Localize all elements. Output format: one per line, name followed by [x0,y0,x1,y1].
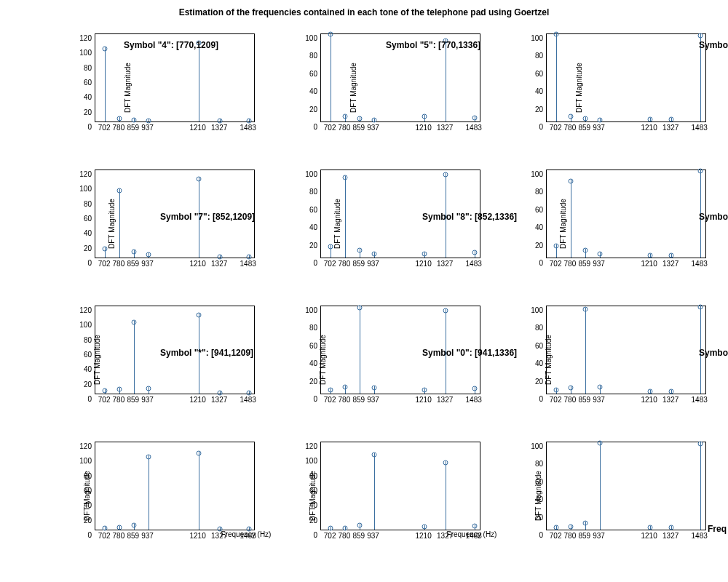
stem-marker [669,117,674,122]
y-axis-ticks: 020406080100120 [73,33,93,122]
stem-marker [342,175,347,180]
symbol-label: Symbol "0": [941,1336] [422,348,517,358]
y-axis-label: DFT Magnitude [349,55,357,121]
x-axis-ticks: 702780859937121013271483 [320,124,480,134]
x-axis-ticks: 702780859937121013271483 [546,532,706,542]
y-axis-ticks: 020406080100 [524,33,545,122]
stem-marker [443,461,448,466]
stem-marker [582,116,587,121]
stem-marker [196,451,201,456]
stem-marker [597,251,602,256]
stem-marker [103,388,108,393]
subplot: 020406080100702780859937121013271483DFT … [524,437,713,554]
stem-marker [218,118,223,123]
stem-marker [146,118,151,123]
symbol-label: Symbol "*": [941,1209] [160,348,253,358]
subplot: 020406080100702780859937121013271483DFT … [298,301,488,418]
stem-marker [342,114,347,119]
stem-marker [357,247,362,252]
y-axis-label: DFT Magnitude [575,55,583,121]
stem-marker [422,524,427,529]
symbol-label: Symbol "5": [770,1336] [386,40,480,50]
stem-marker [116,525,122,530]
stem [374,453,375,530]
y-axis-label: DFT Magnitude [124,55,132,121]
stem-marker [597,118,602,123]
stem-marker [246,118,251,123]
stem [585,308,586,394]
stem-marker [131,522,136,527]
stem-marker [246,254,251,259]
stem-marker [472,386,477,391]
y-axis-label: DFT Magnitude [333,191,341,257]
stem-marker [342,525,347,530]
figure: Estimation of the frequencies contained … [0,0,728,582]
stem [600,442,601,530]
subplot: 020406080100702780859937121013271483DFT … [524,29,713,146]
stem-marker [328,32,333,37]
stem [105,47,106,121]
y-axis-label: DFT Magnitude [83,463,91,529]
stem [134,321,135,394]
stem-marker [116,116,122,121]
stem-marker [582,521,587,526]
stem [345,176,346,258]
plot-area [320,442,480,530]
y-axis-label: DFT Magnitude [309,463,317,529]
y-axis-ticks: 020406080100 [298,170,319,258]
stem-marker [582,247,587,252]
x-axis-ticks: 702780859937121013271483 [95,124,255,134]
stem-marker [697,33,703,39]
x-axis-label: Frequency (Hz) [166,530,326,538]
y-axis-label: DFT Magnitude [93,327,101,393]
y-axis-ticks: 020406080100120 [73,306,93,394]
stem-marker [597,385,602,390]
x-axis-ticks: 702780859937121013271483 [546,124,706,134]
subplot: 020406080100702780859937121013271483DFT … [524,301,713,418]
symbol-label: Symbol "7": [852,1209] [160,212,255,222]
stem [149,455,149,530]
stem-marker [597,441,602,446]
stem-marker [669,525,674,530]
stem-marker [131,117,136,122]
stem-marker [218,254,223,259]
stem-marker [472,523,477,528]
x-axis-ticks: 702780859937121013271483 [95,396,255,406]
symbol-label: Symbol "4": [770,1209] [124,40,218,50]
stem-marker [568,178,573,183]
plot-area [95,442,255,530]
plot-area [546,170,706,258]
subplot: 020406080100120702780859937121013271483D… [73,301,262,418]
stem-marker [371,453,376,458]
stem [199,452,199,530]
stem [119,189,120,258]
stem-marker [146,386,151,391]
symbol-label: Freq [708,524,727,534]
stem-marker [328,525,333,530]
stem-marker [196,177,201,182]
symbol-label: Symbol [699,40,728,50]
stem-marker [357,522,362,527]
stem-marker [554,525,559,530]
stem-marker [103,525,108,530]
stem-marker [422,251,427,256]
stem-marker [371,386,376,391]
stem [571,180,571,258]
stem-marker [647,525,652,530]
subplot: 020406080100120702780859937121013271483D… [298,437,488,554]
subplot: 020406080100120702780859937121013271483D… [73,437,262,554]
stem-marker [146,252,151,257]
stem-marker [371,251,376,256]
stem [199,41,199,121]
y-axis-label: DFT Magnitude [559,191,567,257]
stem-marker [131,320,136,325]
x-axis-ticks: 702780859937121013271483 [320,396,480,406]
symbol-label: Symbol [699,212,728,222]
stem-marker [554,32,559,37]
stem [446,461,446,530]
stem-marker [568,524,573,529]
stem-marker [371,118,376,123]
x-axis-ticks: 702780859937121013271483 [95,260,255,270]
stem-marker [146,455,151,460]
stem-marker [697,305,703,310]
